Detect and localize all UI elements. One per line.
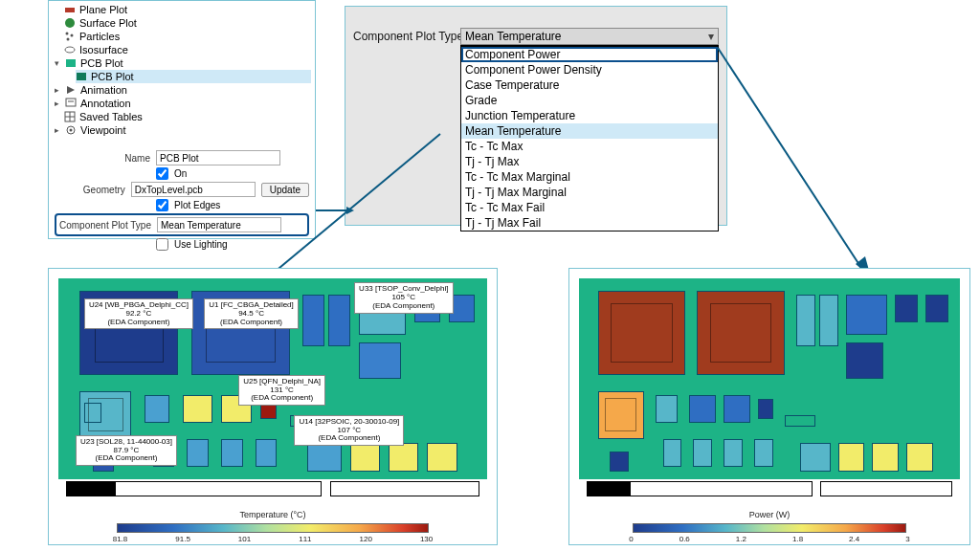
power-legend: Power (W) 00.6 1.21.8 2.43: [569, 506, 969, 549]
component[interactable]: [389, 443, 418, 471]
component[interactable]: [145, 395, 170, 423]
dropdown-option[interactable]: Case Temperature: [461, 77, 718, 93]
component[interactable]: [350, 443, 380, 471]
tree-item-pcb-plot-group[interactable]: ▾ PCB Plot: [53, 56, 311, 70]
component[interactable]: [427, 443, 457, 471]
legend-ticks: 00.6 1.21.8 2.43: [629, 535, 910, 543]
properties-form: Name On Geometry Update Plot Edges Compo…: [49, 144, 315, 256]
dropdown-option[interactable]: Component Power Density: [461, 62, 718, 77]
component[interactable]: [689, 395, 716, 423]
expand-icon[interactable]: ▸: [53, 85, 61, 95]
tree-item-label: PCB Plot: [91, 71, 134, 82]
svg-point-3: [71, 34, 74, 37]
component[interactable]: [895, 295, 918, 322]
pcb-board-temperature[interactable]: U24 [WB_PBGA_Delphi_CC]92.2 °C(EDA Compo…: [58, 278, 487, 479]
component[interactable]: [925, 295, 948, 322]
component[interactable]: [307, 443, 342, 471]
component[interactable]: [819, 295, 838, 347]
tree-item-particles[interactable]: Particles: [64, 30, 311, 43]
component[interactable]: [838, 443, 865, 471]
component[interactable]: [359, 342, 402, 379]
plane-icon: [64, 4, 76, 15]
dropdown-list: Component Power Component Power Density …: [460, 45, 719, 231]
temperature-legend: Temperature (°C) 81.891.5 101111 120130: [49, 506, 497, 549]
tree-item-saved-tables[interactable]: Saved Tables: [64, 110, 311, 123]
component[interactable]: [663, 439, 682, 467]
use-lighting-checkbox[interactable]: [156, 238, 168, 251]
legend-title: Temperature (°C): [78, 510, 468, 519]
plot-edges-checkbox[interactable]: [156, 199, 168, 211]
tree-item-pcb-plot[interactable]: PCB Plot: [76, 70, 311, 83]
collapse-icon[interactable]: ▾: [53, 58, 61, 68]
component[interactable]: [724, 439, 743, 467]
component[interactable]: [758, 399, 773, 419]
name-label: Name: [55, 153, 150, 164]
dropdown-option[interactable]: Tc - Tc Max Fail: [461, 200, 718, 215]
svg-point-15: [70, 129, 73, 132]
color-scale-bar: [117, 523, 429, 533]
legend-title: Power (W): [598, 510, 941, 519]
component[interactable]: [846, 295, 888, 335]
particles-icon: [64, 31, 76, 42]
component[interactable]: [221, 439, 242, 467]
component[interactable]: [872, 443, 899, 471]
component-plot-type-row[interactable]: Component Plot Type: [55, 213, 309, 236]
dropdown-option[interactable]: Tj - Tj Max Marginal: [461, 185, 718, 200]
component[interactable]: [724, 395, 750, 423]
tree-item-surface-plot[interactable]: Surface Plot: [64, 16, 311, 30]
component[interactable]: [800, 443, 831, 471]
on-checkbox[interactable]: [156, 167, 168, 180]
tree-item-plane-plot[interactable]: Plane Plot: [64, 3, 311, 16]
svg-point-1: [65, 18, 75, 28]
tree-item-viewpoint[interactable]: ▸ Viewpoint: [53, 123, 311, 137]
update-button[interactable]: Update: [261, 183, 309, 197]
name-field[interactable]: [156, 150, 280, 165]
tree-properties-panel: Plane Plot Surface Plot Particles Isosur…: [48, 0, 316, 239]
dropdown-option[interactable]: Mean Temperature: [461, 123, 718, 139]
component[interactable]: [754, 439, 773, 467]
pcb-leaf-icon: [76, 71, 87, 82]
arrow-icon: [718, 48, 871, 277]
component[interactable]: [785, 415, 815, 428]
component[interactable]: [610, 452, 629, 472]
component[interactable]: [846, 342, 884, 379]
tree-item-animation[interactable]: ▸ Animation: [53, 83, 311, 97]
svg-point-5: [65, 47, 75, 53]
tree-item-label: Saved Tables: [79, 111, 143, 122]
pcb-board-power[interactable]: [579, 278, 960, 479]
svg-point-4: [67, 38, 70, 41]
tree-item-isosurface[interactable]: Isosurface: [64, 43, 311, 56]
dropdown-option[interactable]: Grade: [461, 93, 718, 108]
expand-icon[interactable]: ▸: [53, 125, 61, 135]
dropdown-option[interactable]: Component Power: [461, 47, 718, 62]
dropdown-option[interactable]: Tc - Tc Max Marginal: [461, 169, 718, 185]
component[interactable]: [796, 295, 815, 347]
component[interactable]: [187, 439, 208, 467]
expand-icon[interactable]: ▸: [53, 99, 61, 108]
geometry-field[interactable]: [131, 182, 256, 197]
component[interactable]: [656, 395, 679, 423]
dropdown-panel: Component Plot Type Mean Temperature Com…: [345, 6, 727, 226]
iso-icon: [64, 44, 76, 55]
component[interactable]: [302, 295, 323, 347]
dropdown-selected[interactable]: Mean Temperature: [460, 28, 719, 45]
component[interactable]: [84, 403, 101, 423]
component[interactable]: [906, 443, 933, 471]
view-icon: [65, 124, 77, 136]
dropdown-option[interactable]: Tj - Tj Max: [461, 154, 718, 169]
dropdown-option[interactable]: Tj - Tj Max Fail: [461, 215, 718, 231]
component[interactable]: [693, 439, 712, 467]
dropdown-option[interactable]: Junction Temperature: [461, 108, 718, 123]
component[interactable]: [256, 439, 277, 467]
component[interactable]: [598, 291, 686, 375]
component[interactable]: [697, 291, 785, 375]
tooltip-U14: U14 [32PSOIC, 20-30010-09]107 °C(EDA Com…: [294, 415, 404, 446]
dropdown-label: Component Plot Type: [353, 30, 463, 43]
tree-item-annotation[interactable]: ▸ Annotation: [53, 97, 311, 110]
cpt-field[interactable]: [157, 217, 281, 232]
component[interactable]: [598, 391, 644, 439]
dropdown-option[interactable]: Tc - Tc Max: [461, 139, 718, 154]
component[interactable]: [183, 395, 212, 423]
component[interactable]: [328, 295, 349, 347]
plot-edges-label: Plot Edges: [174, 200, 220, 210]
